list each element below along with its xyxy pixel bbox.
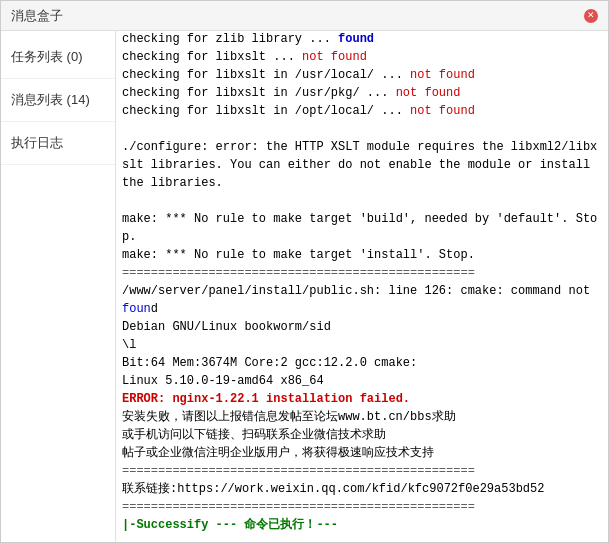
main-window: 消息盒子 ✕ 任务列表 (0) 消息列表 (14) 执行日志 + ngx_htt… <box>0 0 609 543</box>
sidebar-item-messages[interactable]: 消息列表 (14) <box>1 79 115 122</box>
terminal-output[interactable]: + ngx_http_dav_ext_module was configured… <box>116 31 608 542</box>
terminal-line: ./configure: error: the HTTP XSLT module… <box>122 138 602 192</box>
terminal-line: Bit:64 Mem:3674M Core:2 gcc:12.2.0 cmake… <box>122 354 602 372</box>
terminal-line: checking for libxslt ... not found <box>122 48 602 66</box>
terminal-line: make: *** No rule to make target 'instal… <box>122 246 602 264</box>
terminal-line: 帖子或企业微信注明企业版用户，将获得极速响应技术支持 <box>122 444 602 462</box>
terminal-line: 或手机访问以下链接、扫码联系企业微信技术求助 <box>122 426 602 444</box>
terminal-line: /www/server/panel/install/public.sh: lin… <box>122 282 602 318</box>
terminal-line: ERROR: nginx-1.22.1 installation failed. <box>122 390 602 408</box>
terminal-line: |-Successify --- 命令已执行！--- <box>122 516 602 534</box>
terminal-line: ========================================… <box>122 498 602 516</box>
terminal-line: checking for libxslt in /usr/local/ ... … <box>122 66 602 84</box>
terminal-line: 联系链接:https://work.weixin.qq.com/kfid/kfc… <box>122 480 602 498</box>
close-button[interactable]: ✕ <box>584 9 598 23</box>
sidebar-item-tasks[interactable]: 任务列表 (0) <box>1 36 115 79</box>
sidebar-item-log[interactable]: 执行日志 <box>1 122 115 165</box>
terminal-line: Debian GNU/Linux bookworm/sid <box>122 318 602 336</box>
window-title: 消息盒子 <box>11 7 63 25</box>
terminal-line: make: *** No rule to make target 'build'… <box>122 210 602 246</box>
main-content: 任务列表 (0) 消息列表 (14) 执行日志 + ngx_http_dav_e… <box>1 31 608 542</box>
terminal-line <box>122 120 602 138</box>
terminal-line: Linux 5.10.0-19-amd64 x86_64 <box>122 372 602 390</box>
sidebar: 任务列表 (0) 消息列表 (14) 执行日志 <box>1 31 116 542</box>
terminal-line: checking for libxslt in /opt/local/ ... … <box>122 102 602 120</box>
terminal-line <box>122 192 602 210</box>
terminal-line: ========================================… <box>122 264 602 282</box>
title-bar: 消息盒子 ✕ <box>1 1 608 31</box>
terminal-line: ========================================… <box>122 462 602 480</box>
terminal-line: checking for libxslt in /usr/pkg/ ... no… <box>122 84 602 102</box>
terminal-line: \l <box>122 336 602 354</box>
terminal-line: 安装失败，请图以上报错信息发帖至论坛www.bt.cn/bbs求助 <box>122 408 602 426</box>
terminal-line: checking for zlib library ... found <box>122 31 602 48</box>
terminal-area: + ngx_http_dav_ext_module was configured… <box>116 31 608 542</box>
